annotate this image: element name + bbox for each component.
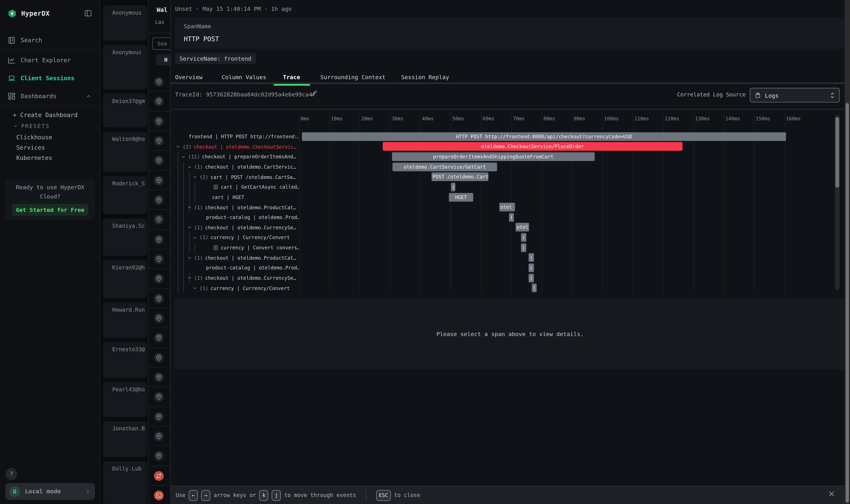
session-event-row[interactable] [149, 111, 170, 131]
session-event-row[interactable] [149, 427, 170, 446]
session-event-row[interactable] [149, 486, 170, 504]
trace-span-bar[interactable]: ( [529, 273, 534, 282]
sidebar-item-chart-explorer[interactable]: Chart Explorer [0, 54, 100, 67]
events-search-input[interactable] [152, 37, 170, 50]
session-event-row[interactable] [149, 348, 170, 367]
trace-tree-row[interactable]: (1)checkout | oteldemo.CartServic… [171, 162, 299, 172]
sidebar-item-dashboards[interactable]: Dashboards [0, 89, 100, 103]
trace-tree-row[interactable]: (2)cart | POST /oteldemo.CartSe… [171, 172, 299, 182]
session-event-row[interactable] [149, 249, 170, 269]
trace-tree-row[interactable]: (1)checkout | oteldemo.ProductCat… [171, 202, 299, 212]
trace-tree-row[interactable]: (1)checkout | oteldemo.CurrencySe… [171, 273, 299, 283]
close-panel-icon[interactable] [828, 490, 835, 498]
trace-tree-row[interactable]: product-catalog | oteldemo.Prod… [171, 213, 299, 223]
user-menu[interactable]: U Local mode [5, 483, 95, 500]
trace-span-bar[interactable]: HGET [449, 193, 473, 201]
log-source-select[interactable]: Logs [750, 88, 840, 103]
help-button[interactable]: ? [5, 468, 17, 480]
session-card[interactable]: Anonymous [103, 45, 147, 89]
trace-span-bar[interactable]: otel [499, 203, 515, 212]
session-event-row[interactable] [149, 230, 170, 249]
session-event-row[interactable] [149, 328, 170, 348]
trace-span-bar[interactable]: oteldemo.CartService/GetCart [392, 163, 497, 171]
sidebar-item-client-sessions[interactable]: Client Sessions [0, 72, 100, 85]
create-dashboard-button[interactable]: + Create Dashboard [13, 112, 78, 119]
session-event-row[interactable] [149, 72, 170, 92]
trace-span-bar[interactable]: ( [521, 233, 526, 242]
trace-tree-row[interactable]: cart | HGET [171, 192, 299, 202]
session-card[interactable]: Anonymous [103, 5, 147, 41]
trace-span-bar[interactable]: POST /oteldemo.Cart [432, 173, 488, 181]
session-card[interactable]: Walton9@ho [103, 132, 147, 172]
scrollbar-thumb[interactable] [846, 103, 849, 503]
scrollbar-thumb[interactable] [835, 117, 839, 187]
trace-tree-row[interactable]: product-catalog | oteldemo.Prod… [171, 263, 299, 273]
trace-span-bar[interactable]: oteldemo.CheckoutService/PlaceOrder [383, 142, 683, 151]
trace-span-bar[interactable]: ( [532, 284, 537, 292]
collapse-sidebar-icon[interactable] [84, 9, 92, 17]
trace-scrollbar[interactable] [835, 115, 840, 290]
trace-tree-row[interactable]: frontend | HTTP POST http://frontend:… [171, 132, 299, 142]
trace-tree-row[interactable]: currency | Convert convers… [171, 243, 299, 253]
session-card[interactable]: Roderick_S [103, 176, 147, 214]
session-event-row[interactable] [149, 210, 170, 230]
trace-span-bar[interactable]: ( [529, 263, 534, 272]
chevron-down-icon [181, 155, 186, 159]
tab-surrounding-context[interactable]: Surrounding Context [320, 74, 385, 80]
session-event-row[interactable] [149, 151, 170, 170]
trace-tree-row[interactable]: (1)currency | Currency/Convert [171, 233, 299, 243]
trace-span-bar[interactable]: HTTP POST http://frontend:8080/api/check… [302, 132, 786, 141]
presets-toggle[interactable]: PRESETS [13, 123, 50, 129]
session-user-email: Shaniya.Sc [112, 223, 145, 229]
service-name-chip[interactable]: ServiceName: frontend [175, 53, 256, 64]
session-card[interactable]: Kieran92@h [103, 260, 147, 298]
session-card[interactable]: Dolly.Lub [103, 461, 147, 504]
brand[interactable]: HyperDX [8, 9, 50, 18]
preset-kubernetes[interactable]: Kubernetes [16, 155, 52, 161]
session-event-row[interactable] [149, 170, 170, 190]
session-event-row[interactable] [149, 446, 170, 466]
trace-tree-row[interactable]: (2)checkout | oteldemo.CheckoutServic… [171, 142, 299, 152]
span-tree-label: checkout | oteldemo.CurrencySe… [205, 275, 296, 281]
preset-services[interactable]: Services [16, 144, 45, 151]
select-chevrons-icon [830, 91, 835, 99]
session-event-row[interactable] [149, 387, 170, 407]
session-event-row[interactable] [149, 190, 170, 210]
tab-session-replay[interactable]: Session Replay [401, 74, 449, 80]
trace-tree-row[interactable]: (1)currency | Currency/Convert [171, 283, 299, 293]
events-filter-chip[interactable]: H [156, 54, 170, 66]
session-event-row[interactable] [149, 308, 170, 328]
trace-span-bar[interactable]: ( [529, 253, 534, 262]
trace-span-bar[interactable]: otel [516, 223, 529, 232]
trace-tree-row[interactable]: (11)checkout | prepareOrderItemsAnd… [171, 152, 299, 162]
tab-column-values[interactable]: Column Values [222, 74, 266, 80]
session-event-row[interactable] [149, 367, 170, 387]
session-card[interactable]: Pearl43@ho [103, 382, 147, 417]
session-event-row[interactable] [149, 131, 170, 151]
session-event-row[interactable] [149, 289, 170, 308]
window-scrollbar[interactable] [845, 0, 850, 504]
session-event-row[interactable] [149, 407, 170, 427]
tab-trace[interactable]: Trace [283, 74, 300, 80]
session-card[interactable]: Howard.Run [103, 302, 147, 338]
edit-trace-id-icon[interactable] [311, 90, 318, 97]
session-event-row[interactable] [149, 466, 170, 486]
session-event-row[interactable] [149, 269, 170, 289]
trace-tree-row[interactable]: (1)checkout | oteldemo.CurrencySe… [171, 222, 299, 233]
axis-tick-label: 10ms [331, 116, 343, 121]
session-event-row[interactable] [149, 92, 170, 111]
session-card[interactable]: Jonathan.B [103, 421, 147, 457]
preset-clickhouse[interactable]: Clickhouse [16, 134, 52, 141]
session-card[interactable]: Deion37@gm [103, 94, 147, 127]
trace-tree-row[interactable]: cart | GetCartAsync called… [171, 182, 299, 192]
tab-overview[interactable]: Overview [175, 74, 202, 80]
trace-span-bar[interactable]: ( [451, 183, 455, 191]
sidebar-item-search[interactable]: Search [0, 34, 100, 47]
trace-tree-row[interactable]: (1)checkout | oteldemo.ProductCat… [171, 253, 299, 263]
trace-span-bar[interactable]: ( [509, 213, 514, 222]
session-card[interactable]: Ernesto33@ [103, 342, 147, 378]
get-started-button[interactable]: Get Started for Free [12, 204, 88, 216]
trace-span-bar[interactable]: prepareOrderItemsAndShippingQuoteFromCar… [392, 152, 595, 161]
trace-span-bar[interactable]: ( [521, 243, 526, 252]
session-card[interactable]: Shaniya.Sc [103, 218, 147, 256]
